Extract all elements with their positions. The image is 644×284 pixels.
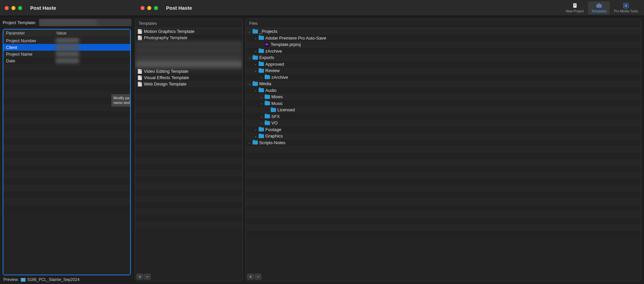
- parameter-value[interactable]: [54, 38, 130, 43]
- template-row[interactable]: Web Design Template: [135, 81, 243, 87]
- zoom-icon[interactable]: [18, 6, 22, 10]
- empty-row: [3, 145, 130, 151]
- empty-row: [135, 176, 243, 183]
- disclosure-icon[interactable]: ⌄: [254, 128, 257, 131]
- tree-item-name: Audio: [265, 88, 276, 93]
- folder-icon: [259, 127, 264, 131]
- empty-row: [135, 195, 243, 202]
- minimize-icon[interactable]: [147, 6, 151, 10]
- template-row[interactable]: [135, 47, 243, 54]
- parameter-row[interactable]: Date: [3, 57, 130, 64]
- disclosure-icon[interactable]: ⌄: [260, 95, 263, 99]
- close-icon[interactable]: [141, 6, 145, 10]
- tree-row[interactable]: Licensed: [246, 107, 641, 113]
- col-parameter[interactable]: Parameter: [3, 30, 54, 37]
- parameter-value[interactable]: [54, 45, 130, 50]
- folder-icon: [265, 75, 270, 79]
- disclosure-icon[interactable]: ⌄: [248, 30, 251, 33]
- template-row[interactable]: Photography Template: [135, 35, 243, 41]
- disclosure-icon[interactable]: ⌄: [248, 56, 251, 59]
- tree-item-name: zArchive: [271, 75, 288, 80]
- tree-row[interactable]: ⌄VO: [246, 120, 641, 126]
- remove-file-button[interactable]: −: [255, 274, 261, 280]
- tree-row[interactable]: PrTemplate.prproj: [246, 41, 641, 48]
- disclosure-icon[interactable]: [266, 108, 269, 112]
- disclosure-icon[interactable]: ⌄: [254, 134, 257, 138]
- template-row[interactable]: Visual Effects Template: [135, 74, 243, 81]
- tree-row[interactable]: ⌄_Projects: [246, 28, 641, 35]
- tree-row[interactable]: ⌄Scripts-Notes: [246, 139, 641, 146]
- add-file-button[interactable]: +: [247, 274, 254, 280]
- zoom-icon[interactable]: [154, 6, 158, 10]
- tree-row[interactable]: ⌄Graphics: [246, 133, 641, 139]
- folder-icon: [259, 36, 264, 40]
- empty-row: [246, 153, 641, 159]
- premiere-file-icon: Pr: [265, 42, 269, 47]
- parameter-label: Date: [3, 58, 54, 63]
- disclosure-icon[interactable]: ⌄: [260, 75, 263, 79]
- empty-row: [246, 166, 641, 172]
- disclosure-icon[interactable]: ⌄: [260, 102, 263, 105]
- svg-rect-3: [574, 6, 575, 6]
- disclosure-icon[interactable]: ⌄: [254, 36, 257, 40]
- parameter-value[interactable]: [54, 51, 130, 57]
- disclosure-icon[interactable]: ⌄: [254, 89, 257, 92]
- empty-row: [135, 202, 243, 208]
- disclosure-icon[interactable]: ⌄: [254, 49, 257, 53]
- template-row[interactable]: [135, 60, 243, 68]
- col-value[interactable]: Value: [54, 30, 130, 37]
- disclosure-icon[interactable]: ⌄: [260, 115, 263, 118]
- tree-row[interactable]: ⌄Audio: [246, 87, 641, 94]
- tree-row[interactable]: ⌄Footage: [246, 126, 641, 133]
- template-row[interactable]: Motion Graphics Template: [135, 28, 243, 35]
- new-project-button[interactable]: New Project: [562, 1, 587, 14]
- tree-row[interactable]: ⌄Media: [246, 80, 641, 87]
- document-icon: [138, 75, 142, 80]
- remove-template-button[interactable]: −: [144, 274, 151, 280]
- empty-row: [246, 179, 641, 185]
- tree-row[interactable]: ⌄Exports: [246, 54, 641, 61]
- tree-row[interactable]: ⌄Mixes: [246, 94, 641, 100]
- tree-row[interactable]: ⌄Review: [246, 67, 641, 74]
- tree-row[interactable]: ⌄zArchive: [246, 74, 641, 81]
- parameter-value[interactable]: [54, 58, 130, 63]
- minimize-icon[interactable]: [11, 6, 15, 10]
- template-row[interactable]: Video Editing Template: [135, 68, 243, 74]
- parameter-row[interactable]: Project Number: [3, 37, 130, 44]
- add-template-button[interactable]: +: [137, 274, 143, 280]
- folder-icon: [265, 95, 270, 99]
- disclosure-icon[interactable]: ⌄: [248, 141, 251, 144]
- empty-row: [135, 100, 243, 106]
- panel-parameters: Project Template: Parameter Value Projec…: [0, 16, 133, 284]
- traffic-lights-secondary: [136, 6, 163, 10]
- empty-row: [246, 172, 641, 179]
- templates-button[interactable]: Templates: [588, 1, 610, 14]
- parameter-row[interactable]: Client: [3, 44, 130, 51]
- empty-row: [135, 221, 243, 227]
- pro-media-tools-button[interactable]: Pro Media Tools: [610, 1, 641, 14]
- briefcase-icon: [595, 3, 603, 9]
- disclosure-icon[interactable]: [260, 43, 263, 46]
- tree-row[interactable]: ⌄Music: [246, 100, 641, 107]
- tree-row[interactable]: ⌄SFX: [246, 113, 641, 120]
- disclosure-icon[interactable]: ⌄: [254, 62, 257, 66]
- parameter-row[interactable]: Project Name: [3, 51, 130, 57]
- svg-rect-5: [598, 3, 600, 4]
- toolbar-label: New Project: [566, 9, 584, 13]
- disclosure-icon[interactable]: ⌄: [254, 69, 257, 72]
- tree-row[interactable]: ⌄Approved: [246, 61, 641, 68]
- close-icon[interactable]: [5, 6, 9, 10]
- content-area: Project Template: Parameter Value Projec…: [0, 16, 644, 284]
- folder-icon: [253, 30, 258, 34]
- project-template-dropdown[interactable]: [39, 19, 131, 26]
- empty-row: [246, 224, 641, 231]
- template-row[interactable]: [135, 41, 243, 47]
- tree-row[interactable]: ⌄Adobe Premiere Pro Auto-Save: [246, 35, 641, 42]
- tree-item-name: Mixes: [271, 94, 283, 99]
- template-row[interactable]: [135, 54, 243, 60]
- disclosure-icon[interactable]: ⌄: [260, 121, 263, 125]
- tree-row[interactable]: ⌄zArchive: [246, 48, 641, 55]
- empty-row: [135, 208, 243, 215]
- disclosure-icon[interactable]: ⌄: [248, 82, 251, 86]
- empty-row: [3, 84, 130, 91]
